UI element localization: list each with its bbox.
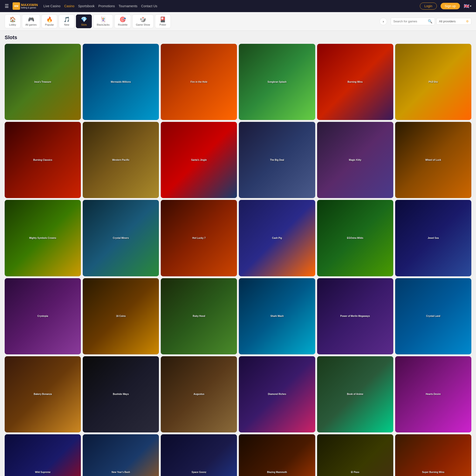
game-card-inner: Santa's Jingle: [161, 122, 237, 198]
game-title: The Big Deal: [270, 159, 284, 161]
all-games-label: All games: [25, 23, 36, 26]
game-card-blazing-mammoth[interactable]: Blazing Mammoth: [239, 434, 315, 476]
nav-promotions[interactable]: Promotions: [98, 4, 115, 8]
filter-icon: ⚙: [466, 19, 469, 23]
nav-casino[interactable]: Casino: [64, 4, 75, 8]
game-card-burning-classics[interactable]: Burning Classics: [5, 122, 81, 198]
game-card-wild-supreme[interactable]: Wild Supreme: [5, 434, 81, 476]
game-card-magic-kitty[interactable]: Magic Kitty: [317, 122, 393, 198]
category-poker[interactable]: 🎴 Poker: [155, 15, 171, 28]
category-lobby[interactable]: 🏠 Lobby: [5, 15, 20, 28]
category-popular[interactable]: 🔥 Popular: [41, 15, 57, 28]
game-title: Wild Supreme: [35, 471, 51, 474]
game-card-inner: Crystal Miners: [83, 200, 159, 276]
game-card-el-paso[interactable]: El Paso: [317, 434, 393, 476]
game-card-power-merlin[interactable]: Power of Merlin Megaways: [317, 278, 393, 354]
provider-filter[interactable]: All providers ⚙: [436, 18, 471, 25]
game-title: Bushido Ways: [113, 393, 129, 396]
roulette-label: Roulette: [118, 23, 127, 26]
game-card-western-pacific[interactable]: Western Pacific: [83, 122, 159, 198]
game-card-diamond-riches[interactable]: Diamond Riches: [239, 356, 315, 432]
game-card-cash-pig[interactable]: Cash Pig: [239, 200, 315, 276]
game-title: Wheel of Luck: [425, 159, 441, 161]
signup-button[interactable]: Sign up: [441, 3, 460, 9]
game-card-fire-hole[interactable]: Fire in the Hole: [161, 44, 237, 120]
game-card-mighty-symbols[interactable]: Mighty Symbols Crowns: [5, 200, 81, 276]
game-card-space-goonz[interactable]: Space Goonz: [161, 434, 237, 476]
game-card-incas-treasure[interactable]: Inca's Treasure: [5, 44, 81, 120]
category-all-games[interactable]: 🎮 All games: [22, 15, 40, 28]
game-title: Songkran Splash: [268, 81, 287, 84]
game-title: Western Pacific: [112, 159, 130, 161]
nav-contact[interactable]: Contact Us: [141, 4, 157, 8]
provider-label: All providers: [439, 19, 456, 23]
game-card-hot-lucky[interactable]: Hot Lucky 7: [161, 200, 237, 276]
game-title: Mermaids Millions: [111, 81, 131, 84]
game-show-label: Game Show: [136, 23, 150, 26]
game-card-ruby-hood[interactable]: Ruby Hood: [161, 278, 237, 354]
game-card-mermaids-millions[interactable]: Mermaids Millions: [83, 44, 159, 120]
game-card-book-anime[interactable]: Book of Anime: [317, 356, 393, 432]
game-card-inner: Burning Wins: [317, 44, 393, 120]
game-card-inner: Burning Classics: [5, 122, 81, 198]
game-card-crystal-land[interactable]: Crystal Land: [395, 278, 471, 354]
nav-sportsbook[interactable]: Sportsbook: [78, 4, 95, 8]
game-card-inner: Book of Anime: [317, 356, 393, 432]
game-card-inner: Jewel Sea: [395, 200, 471, 276]
login-button[interactable]: Login: [420, 2, 437, 10]
game-card-inner: Space Goonz: [161, 434, 237, 476]
category-blackjacks[interactable]: 🃏 BlackJacks: [93, 15, 113, 28]
search-input[interactable]: [393, 19, 426, 23]
game-card-inner: Mermaids Millions: [83, 44, 159, 120]
category-slots[interactable]: 💎 Slots: [76, 15, 92, 28]
game-card-bushido-ways[interactable]: Bushido Ways: [83, 356, 159, 432]
game-card-pho-sho[interactable]: Phở Sho: [395, 44, 471, 120]
game-title: El Paso: [351, 471, 359, 474]
game-card-new-years-bash[interactable]: New Year's Bash: [83, 434, 159, 476]
category-next-button[interactable]: ›: [379, 18, 387, 25]
logo: MW MAXXWIN betting & games: [13, 2, 38, 10]
game-card-jewel-sea[interactable]: Jewel Sea: [395, 200, 471, 276]
game-card-augustus[interactable]: Augustus: [161, 356, 237, 432]
game-card-16-coins[interactable]: 16 Coins: [83, 278, 159, 354]
game-card-songkran[interactable]: Songkran Splash: [239, 44, 315, 120]
category-game-show[interactable]: 🎲 Game Show: [132, 15, 153, 28]
game-card-santas-jingle[interactable]: Santa's Jingle: [161, 122, 237, 198]
category-roulette[interactable]: 🎯 Roulette: [114, 15, 131, 28]
game-card-bakery-bonanza[interactable]: Bakery Bonanza: [5, 356, 81, 432]
main-nav: Live Casino Casino Sportsbook Promotions…: [44, 4, 157, 8]
game-card-crystal-miners[interactable]: Crystal Miners: [83, 200, 159, 276]
nav-tournaments[interactable]: Tournaments: [119, 4, 137, 8]
game-title: Blazing Mammoth: [267, 471, 287, 474]
game-title: New Year's Bash: [112, 471, 130, 474]
game-title: Diamond Riches: [268, 393, 286, 396]
nav-live-casino[interactable]: Live Casino: [44, 4, 61, 8]
game-card-inner: El Paso: [317, 434, 393, 476]
header: ☰ MW MAXXWIN betting & games Live Casino…: [0, 0, 476, 12]
game-title: Augustus: [194, 393, 204, 396]
language-button[interactable]: 🇬🇧 ▾: [464, 3, 471, 9]
game-card-shark-wash[interactable]: Shark Wash: [239, 278, 315, 354]
game-title: 16 Coins: [116, 315, 126, 318]
blackjacks-label: BlackJacks: [97, 23, 109, 26]
game-card-crystopia[interactable]: Crystopia: [5, 278, 81, 354]
lobby-icon: 🏠: [10, 17, 16, 23]
game-title: EGOstra Wilds: [347, 237, 363, 239]
game-card-inner: Bushido Ways: [83, 356, 159, 432]
game-card-super-burning-wins[interactable]: Super Burning Wins: [395, 434, 471, 476]
game-card-wheel-luck[interactable]: Wheel of Luck: [395, 122, 471, 198]
game-card-inner: Phở Sho: [395, 44, 471, 120]
hamburger-button[interactable]: ☰: [5, 3, 9, 9]
popular-icon: 🔥: [46, 17, 53, 23]
search-icon[interactable]: 🔍: [428, 19, 432, 24]
game-card-ecotra-wilds[interactable]: EGOstra Wilds: [317, 200, 393, 276]
game-card-big-deal[interactable]: The Big Deal: [239, 122, 315, 198]
game-card-hearts-desire[interactable]: Hearts Desire: [395, 356, 471, 432]
game-card-inner: EGOstra Wilds: [317, 200, 393, 276]
all-games-icon: 🎮: [28, 17, 34, 23]
category-new[interactable]: 🎵 New: [59, 15, 75, 28]
game-title: Book of Anime: [347, 393, 363, 396]
game-card-burning-wins[interactable]: Burning Wins: [317, 44, 393, 120]
game-title: Crystopia: [37, 315, 48, 318]
game-card-inner: Wheel of Luck: [395, 122, 471, 198]
